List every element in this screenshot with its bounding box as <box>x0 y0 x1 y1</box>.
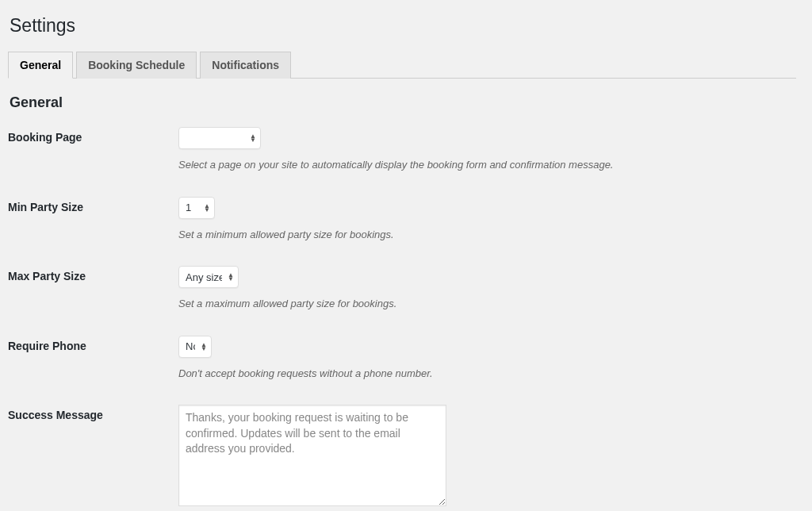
min-party-label: Min Party Size <box>8 197 178 213</box>
tab-notifications[interactable]: Notifications <box>200 52 291 79</box>
max-party-label: Max Party Size <box>8 266 178 282</box>
booking-page-select-wrap: ▲▼ <box>178 127 261 149</box>
section-title: General <box>10 94 796 111</box>
min-party-select-wrap: 1 ▲▼ <box>178 197 215 219</box>
max-party-select[interactable]: Any size <box>179 267 238 287</box>
field-success-message: Success Message Thanks, your booking req… <box>8 405 796 511</box>
tab-booking-schedule[interactable]: Booking Schedule <box>76 52 197 79</box>
booking-page-label: Booking Page <box>8 127 178 144</box>
field-require-phone: Require Phone No ▲▼ Don't accept booking… <box>8 336 796 382</box>
tabs-nav: General Booking Schedule Notifications <box>8 52 796 79</box>
min-party-select[interactable]: 1 <box>179 198 214 218</box>
field-min-party: Min Party Size 1 ▲▼ Set a minimum allowe… <box>8 197 796 243</box>
require-phone-description: Don't accept booking requests without a … <box>178 366 796 382</box>
max-party-select-wrap: Any size ▲▼ <box>178 266 239 288</box>
min-party-description: Set a minimum allowed party size for boo… <box>178 227 796 243</box>
require-phone-label: Require Phone <box>8 336 178 352</box>
booking-page-description: Select a page on your site to automatica… <box>178 157 796 173</box>
field-booking-page: Booking Page ▲▼ Select a page on your si… <box>8 127 796 173</box>
page-title: Settings <box>10 8 796 40</box>
max-party-description: Set a maximum allowed party size for boo… <box>178 296 796 312</box>
field-max-party: Max Party Size Any size ▲▼ Set a maximum… <box>8 266 796 312</box>
booking-page-select[interactable] <box>179 128 260 148</box>
require-phone-select[interactable]: No <box>179 336 211 357</box>
tab-general[interactable]: General <box>8 52 73 79</box>
success-message-textarea[interactable]: Thanks, your booking request is waiting … <box>178 405 446 506</box>
success-message-label: Success Message <box>8 405 178 421</box>
require-phone-select-wrap: No ▲▼ <box>178 336 212 358</box>
